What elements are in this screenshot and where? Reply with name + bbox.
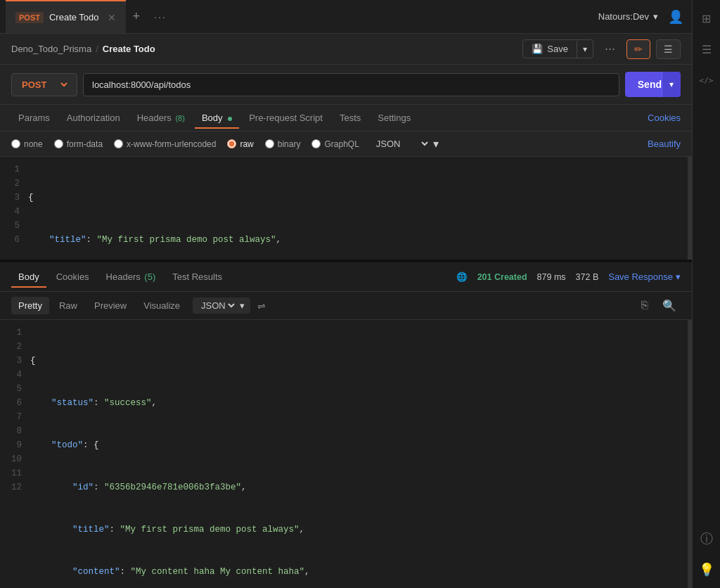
light-icon[interactable]: 💡 (694, 557, 719, 582)
right-sidebar: ⊞ ☰ </> ⓘ 💡 (692, 0, 720, 588)
fmt-tab-visualize[interactable]: Visualize (136, 297, 187, 314)
tab-prerequest[interactable]: Pre-request Script (242, 107, 330, 129)
body-type-binary-radio[interactable] (265, 139, 274, 148)
request-body-editor[interactable]: 123456 { "title": "My first prisma demo … (0, 157, 692, 262)
resp-format-actions: ⎘ 🔍 (637, 296, 681, 315)
body-type-formdata[interactable]: form-data (54, 139, 103, 149)
response-format-bar: Pretty Raw Preview Visualize JSON Text ▾… (0, 292, 692, 320)
json-format-chevron-icon: ▾ (433, 137, 439, 151)
response-size: 372 B (576, 272, 599, 282)
active-tab[interactable]: POST Create Todo ✕ (6, 0, 126, 33)
body-type-none[interactable]: none (11, 139, 43, 149)
tab-title: Create Todo (49, 12, 99, 23)
save-dropdown-button[interactable]: ▾ (577, 41, 593, 58)
body-type-formdata-radio[interactable] (54, 139, 63, 148)
response-meta: 🌐 201 Created 879 ms 372 B Save Response… (456, 271, 681, 282)
body-type-graphql[interactable]: GraphQL (311, 139, 359, 149)
response-tabs-bar: Body Cookies Headers (5) Test Results 🌐 … (0, 262, 692, 292)
tab-close-icon[interactable]: ✕ (108, 12, 116, 23)
tab-tests[interactable]: Tests (333, 107, 368, 129)
save-response-chevron-icon: ▾ (676, 271, 681, 282)
account-icon[interactable]: 👤 (665, 6, 686, 27)
save-label: Save (547, 44, 568, 54)
code-icon[interactable]: </> (694, 68, 719, 93)
env-chevron-icon: ▾ (653, 11, 658, 22)
cookies-link[interactable]: Cookies (648, 113, 681, 123)
body-type-graphql-radio[interactable] (311, 139, 321, 148)
resp-tab-cookies[interactable]: Cookies (49, 266, 96, 288)
tab-settings[interactable]: Settings (371, 107, 418, 129)
resp-code-content: { "status": "success", "todo": { "id": "… (30, 326, 692, 582)
environment-selector[interactable]: Natours:Dev ▾ (598, 11, 658, 22)
resp-format-chevron-icon: ▾ (240, 300, 245, 311)
globe-icon: 🌐 (456, 271, 468, 282)
code-editor-inner: 123456 { "title": "My first prisma demo … (0, 157, 692, 262)
body-type-none-radio[interactable] (11, 139, 20, 148)
fmt-tab-raw[interactable]: Raw (52, 297, 84, 314)
requests-icon[interactable]: ⊞ (694, 6, 719, 31)
body-type-urlencoded-radio[interactable] (114, 139, 123, 148)
main-content: POST Create Todo ✕ + ··· Natours:Dev ▾ 👤… (0, 0, 692, 588)
tab-headers[interactable]: Headers (8) (130, 107, 192, 129)
save-button-group[interactable]: 💾 Save ▾ (522, 39, 593, 58)
response-code: 123456 789101112 { "status": "success", … (0, 320, 692, 588)
response-body[interactable]: 123456 789101112 { "status": "success", … (0, 320, 692, 588)
tab-bar-right: Natours:Dev ▾ 👤 (598, 6, 686, 27)
resp-tab-body[interactable]: Body (11, 266, 46, 288)
tab-method-badge: POST (15, 12, 44, 23)
body-type-binary[interactable]: binary (265, 139, 301, 149)
body-type-urlencoded[interactable]: x-www-form-urlencoded (114, 139, 216, 149)
request-tabs: Params Authorization Headers (8) Body Pr… (0, 105, 692, 132)
resp-json-format-select[interactable]: JSON Text (198, 300, 237, 312)
breadcrumb-actions: 💾 Save ▾ ··· ✏ ☰ (522, 39, 681, 59)
json-format-selector[interactable]: JSON Text JavaScript HTML XML ▾ (373, 137, 439, 151)
url-input[interactable] (83, 73, 619, 96)
tab-bar: POST Create Todo ✕ + ··· Natours:Dev ▾ 👤 (0, 0, 692, 34)
save-icon: 💾 (532, 44, 543, 54)
body-type-bar: none form-data x-www-form-urlencoded raw… (0, 132, 692, 157)
info-icon[interactable]: ⓘ (694, 526, 719, 551)
req-code-content: { "title": "My first prisma demo post al… (28, 162, 692, 257)
tab-body[interactable]: Body (195, 107, 239, 129)
preview-view-button[interactable]: ☰ (656, 39, 681, 59)
send-button[interactable]: Send (625, 72, 662, 97)
copy-response-button[interactable]: ⎘ (637, 296, 652, 315)
beautify-button[interactable]: Beautify (648, 139, 681, 149)
search-response-button[interactable]: 🔍 (658, 296, 681, 315)
edit-view-button[interactable]: ✏ (626, 39, 650, 59)
breadcrumb: Deno_Todo_Prisma / Create Todo (11, 44, 155, 54)
method-selector[interactable]: POST GET PUT DELETE PATCH (11, 73, 77, 96)
resp-json-format-selector[interactable]: JSON Text ▾ (193, 298, 250, 314)
resp-tab-headers[interactable]: Headers (5) (99, 266, 163, 288)
req-line-numbers: 123456 (0, 162, 28, 257)
tab-params[interactable]: Params (11, 107, 57, 129)
tab-more-button[interactable]: ··· (147, 11, 174, 23)
tab-authorization[interactable]: Authorization (60, 107, 127, 129)
response-time: 879 ms (537, 272, 566, 282)
fmt-tab-pretty[interactable]: Pretty (11, 297, 49, 314)
breadcrumb-sep: / (96, 44, 98, 54)
breadcrumb-bar: Deno_Todo_Prisma / Create Todo 💾 Save ▾ … (0, 34, 692, 65)
body-type-raw[interactable]: raw (227, 139, 253, 149)
breadcrumb-current: Create Todo (103, 44, 155, 54)
breadcrumb-parent[interactable]: Deno_Todo_Prisma (11, 44, 91, 54)
resp-line-numbers: 123456 789101112 (0, 326, 30, 582)
fmt-tab-preview[interactable]: Preview (87, 297, 134, 314)
save-response-label: Save Response (608, 271, 673, 282)
body-type-raw-radio[interactable] (227, 139, 236, 148)
send-dropdown-button[interactable]: ▾ (662, 72, 681, 97)
url-bar: POST GET PUT DELETE PATCH Send ▾ (0, 65, 692, 105)
save-response-button[interactable]: Save Response ▾ (608, 271, 681, 282)
resp-tab-test-results[interactable]: Test Results (165, 266, 229, 288)
wrap-lines-button[interactable]: ⇌ (253, 298, 270, 314)
collection-icon[interactable]: ☰ (694, 37, 719, 62)
save-button[interactable]: 💾 Save (523, 40, 577, 58)
method-select-input[interactable]: POST GET PUT DELETE PATCH (19, 79, 70, 91)
env-label: Natours:Dev (598, 11, 649, 22)
new-tab-button[interactable]: + (126, 9, 148, 24)
more-options-button[interactable]: ··· (599, 39, 621, 59)
send-button-group: Send ▾ (625, 72, 681, 97)
json-format-select[interactable]: JSON Text JavaScript HTML XML (373, 138, 430, 150)
response-status: 201 Created (477, 272, 527, 282)
